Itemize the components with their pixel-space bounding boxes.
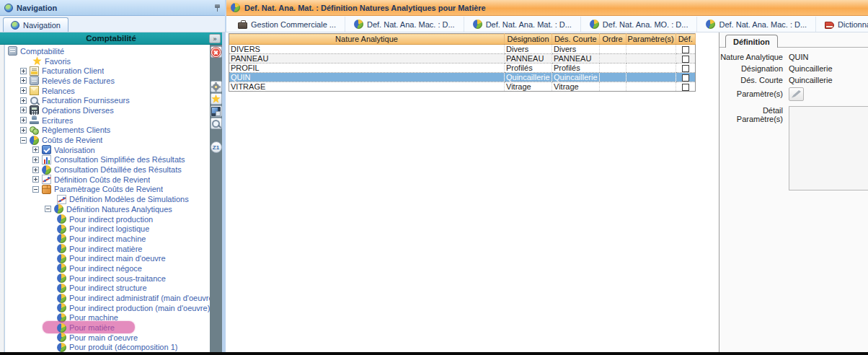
pin-icon[interactable] (214, 4, 221, 12)
expand-icon[interactable] (32, 176, 39, 183)
tree-item[interactable]: Coûts de Revient (5, 135, 210, 145)
tree-item[interactable]: Pour indirect machine (5, 234, 210, 244)
table-cell (599, 82, 626, 92)
search-button[interactable] (211, 118, 222, 129)
calculator-icon (30, 105, 39, 115)
tree-item[interactable]: Pour indirect administratif (main d'oeuv… (5, 293, 210, 303)
document-tab[interactable]: Def. Nat. Ana. Mat. : D... (464, 17, 581, 32)
collapse-icon[interactable] (32, 186, 39, 193)
tree-item[interactable]: Pour main d'oeuvre (5, 333, 210, 343)
detail-parameters-box[interactable] (789, 106, 868, 190)
document-tab[interactable]: Def. Nat. Ana. Mac. : D... (345, 17, 464, 32)
expand-icon[interactable] (20, 68, 27, 74)
screen-button[interactable] (211, 105, 222, 117)
parameters-button[interactable] (789, 87, 804, 101)
tree-item[interactable]: Facturation Fournisseurs (5, 95, 210, 105)
def-checkbox[interactable] (682, 74, 689, 82)
column-header[interactable]: Dés. Courte (552, 34, 600, 45)
column-header[interactable]: Paramètre(s) (626, 34, 676, 45)
tree-item[interactable]: Pour indirect structure (5, 284, 210, 294)
column-header[interactable]: Désignation (505, 34, 552, 45)
column-header[interactable]: Nature Analytique (229, 34, 505, 45)
tree-item[interactable]: Pour produit (décomposition 1) (5, 343, 210, 352)
tree-item[interactable]: Pour indirect matière (5, 244, 210, 254)
document-tab[interactable]: Def. Nat. Ana. MO. : D... (581, 17, 698, 32)
table-row[interactable]: PANNEAUPANNEAUPANNEAU (229, 54, 696, 63)
tree-item[interactable]: Relances (5, 86, 210, 96)
expand-icon[interactable] (20, 77, 27, 84)
field-label: Détail Paramètre(s) (719, 106, 783, 123)
book-icon (825, 22, 834, 29)
envelope-icon (30, 86, 39, 95)
collapse-icon[interactable] (45, 206, 51, 212)
nav-tabstrip: Navigation (0, 16, 225, 32)
definition-panel: Définition Nature AnalytiqueQUINDésignat… (719, 32, 868, 352)
section-header: Comptabilité » (0, 32, 222, 45)
tree-item-label: Coûts de Revient (42, 136, 102, 144)
expand-icon[interactable] (20, 117, 27, 123)
favorite-button[interactable] (211, 93, 222, 105)
tree-item[interactable]: Pour indirect main d'oeuvre (5, 253, 210, 263)
document-tab-label: Def. Nat. Ana. Mac. : D... (367, 20, 455, 29)
tree-item[interactable]: Pour indirect sous-traitance (5, 273, 210, 284)
tree-item[interactable]: Règlements Clients (5, 126, 210, 136)
tree-item[interactable]: Facturation Client (5, 66, 210, 76)
tree-item[interactable]: Pour indirect production (main d'oeuvre) (5, 303, 210, 313)
table-cell (599, 63, 626, 73)
table-row[interactable]: QUINQuincaillerieQuincaillerie (229, 73, 696, 82)
document-tabstrip: Gestion Commerciale ...Def. Nat. Ana. Ma… (226, 16, 868, 32)
column-header[interactable]: Déf. (676, 34, 695, 45)
table-cell: DIVERS (229, 45, 505, 54)
tree-item[interactable]: Consultation Simplifiée des Résultats (5, 155, 210, 165)
close-button[interactable] (211, 46, 222, 58)
expand-icon[interactable] (32, 157, 39, 163)
panel-left-edge (0, 45, 4, 352)
collapse-panel-button[interactable]: » (209, 34, 221, 43)
tree-item[interactable]: Opérations Diverses (5, 105, 210, 115)
tree-item[interactable]: Comptabilité (5, 46, 210, 56)
def-checkbox[interactable] (682, 46, 689, 53)
pie-icon (42, 165, 51, 175)
document-tab[interactable]: Gestion Commerciale ... (229, 17, 345, 32)
document-tab[interactable]: Def. Nat. Ana. Mac. : D... (697, 17, 816, 32)
tree-item[interactable]: Favoris (5, 56, 210, 66)
expand-icon[interactable] (20, 107, 27, 113)
pie-icon (57, 234, 66, 243)
pie-icon (54, 204, 63, 214)
tree-item[interactable]: Pour indirect logistique (5, 224, 210, 234)
magnifier-icon (211, 119, 221, 128)
tree-item-label: Paramètrage Coûts de Revient (54, 185, 163, 193)
table-row[interactable]: DIVERSDiversDivers (229, 45, 696, 54)
column-header[interactable]: Ordre (599, 34, 626, 45)
tree-item[interactable]: Définition Coûts de Revient (5, 175, 210, 185)
z1-button[interactable]: Z1 (211, 141, 222, 153)
tree-item[interactable]: Pour matière (5, 323, 210, 333)
tree-item[interactable]: Ecritures (5, 115, 210, 126)
table-row[interactable]: VITRAGEVitrageVitrage (229, 82, 696, 92)
tree-item-label: Pour main d'oeuvre (69, 333, 138, 342)
tree-item[interactable]: Pour indirect production (5, 214, 210, 224)
document-tab[interactable]: Dictionnaire des Etapes (816, 17, 868, 32)
expand-icon[interactable] (32, 146, 39, 153)
tree-item[interactable]: Valorisation (5, 145, 210, 155)
def-checkbox-cell (676, 63, 695, 73)
def-checkbox[interactable] (682, 65, 689, 72)
tree-item[interactable]: Définition Natures Analytiques (5, 204, 210, 214)
tree-item[interactable]: Paramètrage Coûts de Revient (5, 185, 210, 195)
tree-item[interactable]: Définition Modèles de Simulations (5, 194, 210, 204)
tab-navigation[interactable]: Navigation (3, 17, 68, 32)
tree-item[interactable]: Relevés de Factures (5, 76, 210, 86)
expand-icon[interactable] (20, 127, 27, 133)
tree-item[interactable]: Pour machine (5, 313, 210, 323)
table-row[interactable]: PROFILProfilésProfilés (229, 63, 696, 73)
def-checkbox[interactable] (682, 56, 689, 63)
expand-icon[interactable] (20, 97, 27, 104)
def-checkbox[interactable] (682, 84, 689, 91)
tree-item[interactable]: Consultation Détaillée des Résultats (5, 165, 210, 175)
tree-item[interactable]: Pour indirect négoce (5, 263, 210, 273)
expand-icon[interactable] (20, 87, 27, 94)
tab-definition[interactable]: Définition (725, 35, 778, 48)
settings-button[interactable] (211, 81, 222, 92)
expand-icon[interactable] (32, 167, 39, 173)
collapse-icon[interactable] (20, 137, 27, 144)
